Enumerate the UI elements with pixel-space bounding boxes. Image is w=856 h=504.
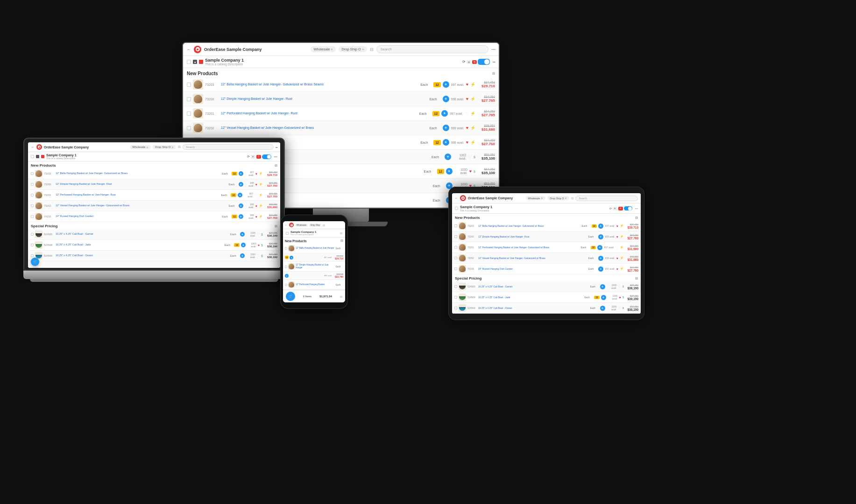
favorite-icon[interactable]: ♥ — [255, 204, 257, 208]
add-to-cart-button[interactable]: + — [443, 125, 449, 131]
add-to-cart-button[interactable]: + — [285, 274, 289, 278]
section-filter-icon[interactable]: ⊟ — [275, 164, 277, 168]
add-to-cart-button[interactable]: + — [290, 256, 293, 259]
toggle-switch[interactable] — [262, 154, 271, 159]
row-checkbox[interactable] — [454, 257, 457, 259]
row-checkbox[interactable] — [187, 126, 191, 130]
row-checkbox[interactable] — [454, 246, 457, 249]
row-checkbox[interactable] — [31, 204, 34, 207]
favorite-icon[interactable]: ♥ — [469, 169, 472, 174]
favorite-icon[interactable]: ♡ — [618, 285, 621, 288]
product-name[interactable]: 10.25" x 4.25" Cali Bowl - Jade — [56, 243, 223, 246]
favorite-icon[interactable]: ♡ — [468, 154, 472, 159]
product-name[interactable]: 10.25" x 4.25" Cali Bowl - Jade — [478, 296, 583, 299]
product-name[interactable]: 10.25" x 4.25" Cali Bowl - Ocean — [478, 307, 589, 310]
add-to-cart-button[interactable]: + — [598, 266, 603, 272]
add-to-cart-button[interactable]: + — [240, 232, 245, 237]
grid-view-icon[interactable]: ⊞ — [251, 155, 255, 159]
back-button[interactable]: ← — [285, 224, 288, 226]
favorite-icon[interactable]: ♡ — [257, 254, 260, 258]
section-filter-icon[interactable]: ⊟ — [635, 216, 638, 220]
product-name[interactable]: 12" Vessel Hanging Basket w/ Jute Hanger… — [56, 204, 227, 207]
row-checkbox[interactable] — [187, 83, 191, 87]
back-button[interactable]: ← — [187, 47, 191, 52]
row-checkbox[interactable] — [454, 224, 457, 227]
select-all-checkbox[interactable] — [31, 155, 34, 158]
add-to-cart-button[interactable]: + — [239, 182, 243, 187]
view-toggle[interactable] — [36, 155, 39, 158]
row-checkbox[interactable] — [285, 247, 287, 250]
add-to-cart-button[interactable]: + — [241, 243, 246, 247]
cart-button[interactable]: 🛒 — [31, 258, 39, 266]
product-name[interactable]: 12" Bella Hanging Basket w/ Jute Hanger — [296, 247, 335, 250]
product-name[interactable]: 14" Rusted Hanging Dish Garden — [56, 215, 220, 218]
add-to-cart-button[interactable]: + — [239, 214, 243, 219]
favorite-icon[interactable]: ♥ — [255, 183, 257, 186]
search-input[interactable]: Search — [376, 45, 488, 53]
list-view-icon[interactable]: ☰ — [472, 60, 477, 64]
product-name[interactable]: 12" Perforated Hanging Basket w/ Jute Ha… — [56, 193, 219, 196]
section-filter-icon[interactable]: ⊟ — [340, 239, 343, 243]
row-checkbox[interactable] — [31, 215, 34, 218]
filter-icon[interactable]: ⊟ — [178, 145, 181, 149]
favorite-icon[interactable]: ♥ — [616, 224, 618, 228]
favorite-icon[interactable]: ♥ — [255, 215, 257, 218]
select-all-checkbox[interactable] — [455, 207, 458, 210]
product-name[interactable]: 12" Bella Hanging Basket w/ Jute Hanger-… — [56, 172, 220, 175]
product-name[interactable]: 14" Rusted Hanging Dish Garden — [478, 267, 587, 271]
row-checkbox[interactable] — [285, 266, 287, 268]
dropship-tag[interactable]: Drop Ship O✕ — [547, 196, 569, 200]
favorite-icon[interactable]: ♥ — [616, 267, 618, 271]
product-name[interactable]: 12" Perforated Hanging Basket w/ Jute Ha… — [221, 111, 417, 115]
favorite-icon[interactable]: ♡ — [257, 232, 260, 236]
add-to-cart-button[interactable]: + — [239, 171, 243, 176]
product-name[interactable]: 10.25" x 4.25" Cali Bowl - Garnet — [56, 232, 229, 236]
product-name[interactable]: 12" Perforated Hanging Basket — [296, 283, 335, 286]
favorite-icon[interactable]: ♥ — [255, 172, 257, 175]
add-to-cart-button[interactable]: + — [238, 193, 242, 197]
filter-icon[interactable]: ⊟ — [370, 47, 374, 52]
filter-icon[interactable]: ⊟ — [323, 224, 325, 227]
row-checkbox[interactable] — [31, 244, 34, 246]
product-name[interactable]: 12" Dimple Hanging Basket w/ Jute Hanger… — [56, 182, 227, 186]
more-options-icon[interactable]: ••• — [274, 155, 277, 158]
filter-section-icon[interactable]: ⊟ — [340, 231, 342, 235]
add-to-cart-button[interactable]: + — [598, 234, 603, 239]
favorite-icon[interactable]: ♥ — [466, 140, 468, 145]
filter-icon[interactable]: ⊟ — [571, 196, 573, 200]
row-checkbox[interactable] — [31, 254, 34, 257]
refresh-icon[interactable]: ⟳ — [609, 207, 612, 210]
view-toggle[interactable]: ■ — [193, 60, 197, 64]
favorite-icon[interactable]: ♥ — [466, 97, 468, 101]
refresh-icon[interactable]: ⟳ — [462, 60, 466, 64]
cart-button[interactable]: 🛒 — [286, 292, 295, 301]
toggle-switch[interactable] — [624, 206, 632, 210]
wholesale-tag[interactable]: Wholesale — [295, 224, 308, 227]
product-name[interactable]: 12" Vessel Hanging Basket w/ Jute Hanger… — [221, 126, 428, 130]
row-checkbox[interactable] — [187, 112, 191, 116]
favorite-icon[interactable]: ♡ — [618, 306, 621, 310]
product-name[interactable]: 12" Bella Hanging Basket w/ Jute Hanger-… — [478, 224, 580, 228]
dropship-tag[interactable]: Drop Ship O ✕ — [339, 46, 367, 52]
refresh-icon[interactable]: ⟳ — [247, 155, 250, 159]
favorite-icon[interactable]: ♥ — [466, 82, 468, 87]
add-to-cart-button[interactable]: + — [443, 96, 449, 102]
dropship-tag[interactable]: Drop Ship — [309, 224, 321, 227]
row-checkbox[interactable] — [187, 97, 191, 101]
add-to-cart-button[interactable]: + — [601, 295, 606, 300]
grid-view-icon[interactable]: ⊞ — [613, 207, 617, 210]
product-name[interactable]: 10.25" x 4.25" Cali Bowl - Garnet — [478, 285, 589, 288]
product-name[interactable]: 10.25" x 4.25" Cali Bowl - Ocean — [56, 254, 229, 257]
favorite-icon[interactable]: ♡ — [465, 111, 468, 116]
row-checkbox[interactable] — [454, 307, 457, 309]
section-filter-icon[interactable]: ⊟ — [635, 277, 638, 280]
add-to-cart-button[interactable]: + — [598, 256, 603, 261]
add-to-cart-button[interactable]: + — [600, 284, 605, 289]
toggle-switch[interactable] — [478, 59, 490, 65]
row-checkbox[interactable] — [31, 233, 34, 236]
select-all-checkbox[interactable] — [187, 60, 191, 64]
favorite-icon[interactable]: ♥ — [466, 126, 468, 130]
more-options-icon[interactable]: ••• — [493, 60, 495, 64]
add-to-cart-button[interactable]: + — [239, 203, 243, 208]
grid-view-icon[interactable]: ⊞ — [467, 60, 471, 64]
